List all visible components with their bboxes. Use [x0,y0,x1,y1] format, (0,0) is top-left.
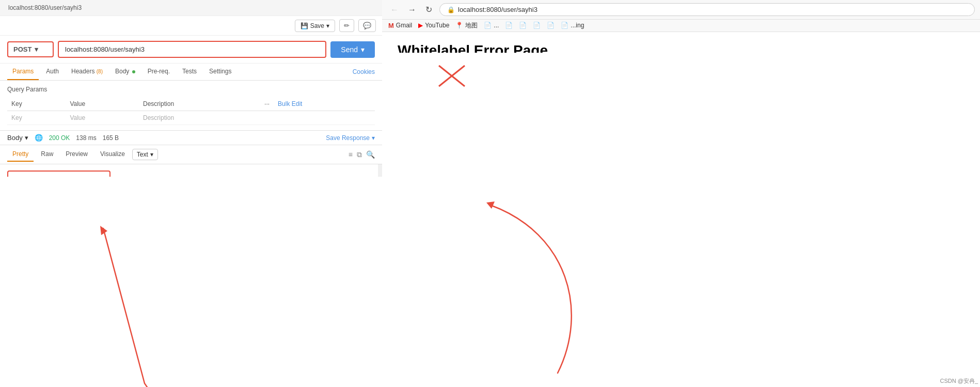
tab-body[interactable]: Body [110,64,140,80]
tab-params[interactable]: Params [7,64,39,80]
response-body-area: hi [0,164,382,177]
tab-params-label: Params [12,68,34,75]
error-title: Whitelabel Error Page [398,42,966,53]
resp-tab-pretty[interactable]: Pretty [7,147,34,162]
bookmark-item-8[interactable]: 📄 [547,22,555,29]
format-value: Text [137,151,148,158]
url-input[interactable] [58,41,326,58]
resp-tab-preview-label: Preview [66,150,88,158]
tab-headers-label: Headers [71,68,94,75]
format-icon-button[interactable]: ≡ [349,150,353,159]
bookmark-icon-9: 📄 [561,22,568,29]
body-text: Body [7,134,23,142]
resp-tab-visualize-label: Visualize [100,150,125,158]
reload-button[interactable]: ↻ [423,4,434,16]
method-chevron-icon: ▾ [35,45,38,53]
scrollbar[interactable] [378,164,382,177]
maps-label: 地图 [465,21,478,30]
tab-headers[interactable]: Headers (8) [66,64,108,80]
bookmark-maps[interactable]: 📍 地图 [455,21,478,30]
send-label: Send [341,45,358,54]
bookmark-icon-7: 📄 [533,22,541,29]
save-response-chevron-icon: ▾ [372,134,375,142]
copy-icon-button[interactable]: ⧉ [357,150,362,159]
lock-icon: 🔒 [447,6,455,13]
tab-settings[interactable]: Settings [204,64,236,80]
youtube-icon: ▶ [418,22,423,29]
bookmark-gmail[interactable]: M Gmail [388,22,412,29]
row-dots [260,111,274,125]
tab-settings-label: Settings [209,68,231,75]
col-value: Value [66,97,139,111]
table-row: Key Value Description [7,111,375,125]
browser-toolbar: ← → ↻ 🔒 localhost:8080/user/sayhi3 [382,0,980,20]
response-body-label[interactable]: Body ▾ [7,134,28,142]
params-table: Key Value Description ··· Bulk Edit Key … [7,97,375,125]
bookmark-item-9[interactable]: 📄 ...ing [561,22,584,29]
col-dots: ··· [260,97,274,111]
back-button[interactable]: ← [388,4,401,16]
row-empty [274,111,375,125]
response-status: 200 OK [49,134,70,142]
format-select[interactable]: Text ▾ [132,149,158,160]
maps-icon: 📍 [455,22,463,29]
gmail-label: Gmail [396,22,412,29]
bookmark-item-7[interactable]: 📄 [533,22,541,29]
response-body-content: hi [7,171,110,177]
globe-icon: 🌐 [35,134,43,142]
tab-prereq-label: Pre-req. [148,68,170,75]
postman-toolbar: 💾 Save ▾ ✏ 💬 [0,16,382,36]
forward-icon: → [408,5,416,14]
response-tabs-bar: Pretty Raw Preview Visualize Text ▾ ≡ ⧉ … [0,145,382,164]
bookmark-icon-4: 📄 [484,22,492,29]
bookmark-youtube[interactable]: ▶ YouTube [418,22,449,29]
search-icon-button[interactable]: 🔍 [366,150,375,159]
cookies-link[interactable]: Cookies [353,68,375,75]
gmail-icon: M [388,22,394,29]
save-button[interactable]: 💾 Save ▾ [295,20,335,32]
save-disk-icon: 💾 [301,22,308,29]
send-chevron-icon: ▾ [361,45,365,54]
reload-icon: ↻ [425,5,432,14]
save-label: Save [310,22,324,29]
edit-button[interactable]: ✏ [339,19,354,32]
browser-url-bar[interactable]: 🔒 localhost:8080/user/sayhi3 [439,3,975,16]
browser-url-text: localhost:8080/user/sayhi3 [458,6,538,13]
forward-button[interactable]: → [406,4,418,16]
postman-panel: localhost:8080/user/sayhi3 💾 Save ▾ ✏ 💬 … [0,0,382,387]
response-text: hi [14,176,20,177]
save-response-button[interactable]: Save Response ▾ [326,134,375,142]
bookmark-icon-5: 📄 [505,22,513,29]
watermark: CSDN @安冉_ [940,377,978,385]
browser-content: Whitelabel Error Page This application h… [382,32,980,53]
resp-tab-preview[interactable]: Preview [60,147,93,162]
resp-tab-raw[interactable]: Raw [36,147,58,162]
col-key: Key [7,97,66,111]
edit-icon: ✏ [344,22,350,29]
response-time: 138 ms [76,134,96,142]
description-placeholder[interactable]: Description [139,111,260,125]
col-description: Description [139,97,260,111]
postman-titlebar: localhost:8080/user/sayhi3 [0,0,382,16]
resp-tab-pretty-label: Pretty [12,150,28,158]
body-dot [132,70,135,73]
browser-panel: ← → ↻ 🔒 localhost:8080/user/sayhi3 M Gma… [382,0,980,387]
value-placeholder[interactable]: Value [66,111,139,125]
method-select[interactable]: POST ▾ [7,41,54,57]
col-bulk-edit[interactable]: Bulk Edit [274,97,375,111]
bookmark-item-6[interactable]: 📄 [519,22,527,29]
request-row: POST ▾ Send ▾ [0,36,382,64]
bookmark-label-4: ... [494,22,499,29]
comment-button[interactable]: 💬 [358,19,376,32]
response-size: 165 B [103,134,119,142]
bookmark-item-4[interactable]: 📄 ... [484,22,499,29]
tab-prereq[interactable]: Pre-req. [143,64,175,80]
resp-tab-visualize[interactable]: Visualize [95,147,130,162]
bookmark-item-5[interactable]: 📄 [505,22,513,29]
tab-auth[interactable]: Auth [41,64,64,80]
resp-tab-raw-label: Raw [41,150,53,158]
tab-tests[interactable]: Tests [177,64,202,80]
bookmark-icon-6: 📄 [519,22,527,29]
key-placeholder[interactable]: Key [7,111,66,125]
send-button[interactable]: Send ▾ [330,41,375,58]
